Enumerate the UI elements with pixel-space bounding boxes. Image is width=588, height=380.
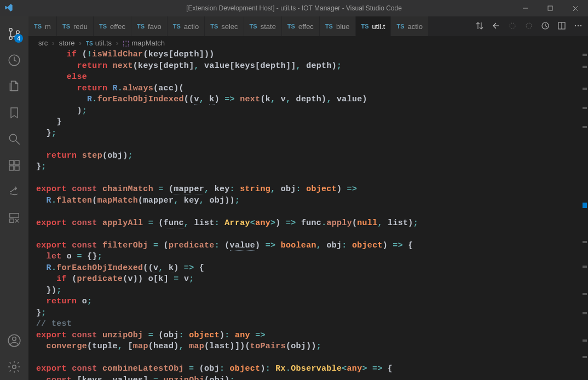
tab-label: effec <box>298 22 314 31</box>
svg-point-19 <box>510 23 515 28</box>
settings-gear-icon[interactable] <box>1 354 27 380</box>
svg-rect-15 <box>10 219 14 222</box>
tab-label: util.t <box>372 22 385 31</box>
svg-point-17 <box>13 337 16 341</box>
tab-label: actio <box>184 22 199 31</box>
svg-rect-1 <box>548 6 552 10</box>
compare-icon[interactable] <box>475 21 484 32</box>
breadcrumb-symbol[interactable]: ⬚mapMatch <box>123 39 165 47</box>
close-button[interactable] <box>563 0 588 16</box>
chevron-right-icon: › <box>79 39 82 47</box>
editor-tab[interactable]: TSeffec <box>94 16 131 36</box>
window-title: [Extension Development Host] - util.ts -… <box>186 4 402 12</box>
svg-line-9 <box>16 141 20 145</box>
ts-file-icon: TS <box>210 23 218 30</box>
undo-dim-icon[interactable] <box>508 21 517 32</box>
ts-file-icon: TS <box>325 23 333 30</box>
editor-tab[interactable]: TSeffec <box>282 16 320 36</box>
svg-rect-10 <box>9 160 14 165</box>
breadcrumb-part[interactable]: src <box>38 39 48 47</box>
code-editor[interactable]: if (!isWildChar(keys[depth])) return nex… <box>28 49 588 380</box>
svg-point-6 <box>16 31 19 33</box>
split-editor-icon[interactable] <box>557 21 566 32</box>
svg-point-25 <box>578 25 579 26</box>
files-icon[interactable] <box>1 73 27 100</box>
timeline-icon[interactable] <box>541 21 550 32</box>
chevron-right-icon: › <box>116 39 118 47</box>
tab-label: selec <box>221 22 238 31</box>
ts-file-icon: TS <box>34 23 42 30</box>
search-icon[interactable] <box>1 126 27 152</box>
ts-file-icon: TS <box>396 23 404 30</box>
tab-label: favo <box>148 22 162 31</box>
svg-point-24 <box>575 25 576 26</box>
source-control-icon[interactable]: 4 <box>1 21 27 47</box>
maximize-button[interactable] <box>538 0 563 16</box>
symbol-method-icon: ⬚ <box>123 39 129 47</box>
account-icon[interactable] <box>1 327 27 354</box>
ts-file-icon: TS <box>99 23 107 30</box>
editor-tab[interactable]: TSm <box>28 16 57 36</box>
scm-badge: 4 <box>14 34 23 43</box>
editor-tab[interactable]: TSutil.t <box>356 16 391 36</box>
go-back-icon[interactable] <box>492 21 500 32</box>
editor-tab[interactable]: TSfavo <box>131 16 168 36</box>
svg-point-18 <box>13 365 16 369</box>
breadcrumbs[interactable]: src › store › TSutil.ts › ⬚mapMatch <box>28 36 588 49</box>
editor-tab[interactable]: TSactio <box>391 16 429 36</box>
svg-point-20 <box>526 23 532 28</box>
tab-label: m <box>45 22 51 31</box>
editor-tab[interactable]: TSactio <box>168 16 205 36</box>
activity-bar: 4 <box>0 16 28 380</box>
ts-file-icon: TS <box>86 41 93 47</box>
ts-file-icon: TS <box>137 23 145 30</box>
svg-point-8 <box>9 134 16 141</box>
ts-file-icon: TS <box>287 23 295 30</box>
breadcrumb-part[interactable]: store <box>59 39 75 47</box>
tab-label: state <box>261 22 276 31</box>
window-controls <box>512 0 588 16</box>
breadcrumb-part[interactable]: TSutil.ts <box>86 39 112 47</box>
svg-point-5 <box>9 37 12 39</box>
titlebar: [Extension Development Host] - util.ts -… <box>0 0 588 16</box>
svg-rect-14 <box>10 214 19 217</box>
ts-file-icon: TS <box>250 23 257 30</box>
ts-file-icon: TS <box>361 23 369 30</box>
svg-rect-13 <box>15 166 19 170</box>
layout-icon[interactable] <box>1 205 27 231</box>
ts-file-icon: TS <box>173 23 181 30</box>
tab-label: actio <box>407 22 422 31</box>
editor-tab[interactable]: TSblue <box>320 16 356 36</box>
svg-rect-11 <box>15 160 19 165</box>
editor-tabs: TSmTSreduTSeffecTSfavoTSactioTSselecTSst… <box>28 16 588 36</box>
tab-label: redu <box>73 22 88 31</box>
more-icon[interactable] <box>574 21 583 32</box>
extensions-icon[interactable] <box>1 152 27 179</box>
minimap[interactable] <box>581 49 588 380</box>
tab-label: effec <box>110 22 125 31</box>
bookmark-icon[interactable] <box>1 100 27 126</box>
editor-tab[interactable]: TSselec <box>205 16 244 36</box>
vscode-logo-icon <box>4 3 13 12</box>
editor-tab[interactable]: TSstate <box>244 16 282 36</box>
chevron-right-icon: › <box>52 39 54 47</box>
svg-point-26 <box>580 25 581 26</box>
svg-point-4 <box>9 28 12 31</box>
svg-rect-12 <box>9 166 14 170</box>
editor-tab[interactable]: TSredu <box>57 16 94 36</box>
git-branch-icon[interactable] <box>1 47 27 73</box>
ts-file-icon: TS <box>62 23 70 30</box>
share-icon[interactable] <box>1 179 27 205</box>
minimize-button[interactable] <box>512 0 538 16</box>
redo-dim-icon[interactable] <box>524 21 533 32</box>
tab-label: blue <box>336 22 350 31</box>
